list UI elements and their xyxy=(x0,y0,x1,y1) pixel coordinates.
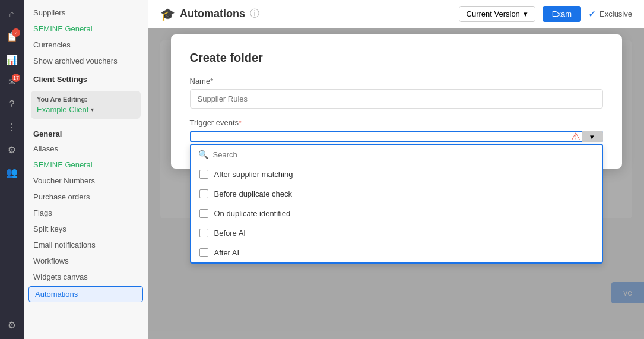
chart-icon[interactable]: 📊 xyxy=(2,50,21,69)
create-folder-modal: Create folder Name* Trigger events* ⚠ ▾ xyxy=(171,34,622,169)
main-content: 🎓 Automations ⓘ Current Version ▾ Exam ✓… xyxy=(148,0,644,339)
dropdown-item-label-4: After AI xyxy=(214,248,240,257)
content-area: ve Create folder Name* Trigger events* xyxy=(148,28,644,339)
dots-icon[interactable]: ⋮ xyxy=(2,118,21,137)
home-icon[interactable]: ⌂ xyxy=(2,5,21,24)
sidebar-item-suppliers[interactable]: Suppliers xyxy=(24,5,148,21)
top-bar: 🎓 Automations ⓘ Current Version ▾ Exam ✓… xyxy=(148,0,644,28)
sidebar-item-aliases[interactable]: Aliases xyxy=(24,141,148,157)
version-button[interactable]: Current Version ▾ xyxy=(459,6,535,22)
name-form-group: Name* xyxy=(190,77,603,109)
dropdown-item-label-2: On duplicate identified xyxy=(214,209,291,218)
trigger-label: Trigger events* xyxy=(190,118,603,127)
icon-bar: ⌂ 📋 2 📊 ✉ 17 ? ⋮ ⚙ 👥 ⚙ xyxy=(0,0,24,339)
dropdown-item-1[interactable]: Before duplicate check xyxy=(191,184,602,204)
trigger-form-group: Trigger events* ⚠ ▾ 🔍 xyxy=(190,118,603,142)
sidebar-item-widgets-canvas[interactable]: Widgets canvas xyxy=(24,269,148,285)
client-name: Example Client xyxy=(37,105,88,114)
dropdown-item-label-0: After supplier matching xyxy=(214,170,293,179)
sidebar-item-workflows[interactable]: Workflows xyxy=(24,253,148,269)
gear-icon[interactable]: ⚙ xyxy=(2,315,21,334)
checkbox-3[interactable] xyxy=(199,229,208,237)
dropdown-item-0[interactable]: After supplier matching xyxy=(191,164,602,184)
people-icon[interactable]: 👥 xyxy=(2,163,21,182)
editing-label: You Are Editing: xyxy=(37,96,135,103)
trigger-select[interactable] xyxy=(190,131,603,142)
modal-title: Create folder xyxy=(190,51,603,65)
mail-icon[interactable]: ✉ 17 xyxy=(2,72,21,91)
page-title: Automations xyxy=(180,8,245,20)
chevron-down-icon: ▾ xyxy=(91,106,94,113)
sidebar-item-semine-top[interactable]: SEMINE General xyxy=(24,21,148,37)
sidebar-item-flags[interactable]: Flags xyxy=(24,205,148,221)
checkbox-0[interactable] xyxy=(199,170,208,179)
client-selector[interactable]: Example Client ▾ xyxy=(37,105,135,114)
sidebar: Suppliers SEMINE General Currencies Show… xyxy=(24,0,148,339)
modal-overlay: Create folder Name* Trigger events* ⚠ ▾ xyxy=(148,28,644,339)
exclusive-label: Exclusive xyxy=(599,9,632,18)
trigger-arrow-icon[interactable]: ▾ xyxy=(582,131,603,142)
dropdown-item-label-3: Before AI xyxy=(214,229,246,237)
sidebar-item-split-keys[interactable]: Split keys xyxy=(24,221,148,237)
automations-icon: 🎓 xyxy=(160,7,175,21)
sidebar-item-currencies[interactable]: Currencies xyxy=(24,37,148,53)
checkbox-4[interactable] xyxy=(199,248,208,257)
document-icon[interactable]: 📋 2 xyxy=(2,27,21,46)
client-settings-title: Client Settings xyxy=(24,69,148,86)
dropdown-search-bar: 🔍 xyxy=(191,145,602,164)
dropdown-item-4[interactable]: After AI xyxy=(191,243,602,262)
exam-button[interactable]: Exam xyxy=(543,6,581,22)
dropdown-item-3[interactable]: Before AI xyxy=(191,223,602,243)
dropdown-item-2[interactable]: On duplicate identified xyxy=(191,204,602,223)
exclusive-check: ✓ Exclusive xyxy=(588,8,632,20)
checkbox-2[interactable] xyxy=(199,209,208,218)
general-section-title: General xyxy=(24,123,148,141)
name-input[interactable] xyxy=(190,89,603,109)
checkbox-1[interactable] xyxy=(199,189,208,198)
dropdown-item-label-1: Before duplicate check xyxy=(214,189,293,198)
sidebar-item-automations[interactable]: Automations xyxy=(28,286,143,302)
trigger-wrapper: ⚠ ▾ 🔍 After supplier matching xyxy=(190,131,603,142)
question-icon[interactable]: ? xyxy=(2,95,21,114)
version-chevron-icon: ▾ xyxy=(524,9,528,18)
sidebar-item-semine[interactable]: SEMINE General xyxy=(24,157,148,173)
search-icon: 🔍 xyxy=(198,150,208,159)
error-icon: ⚠ xyxy=(571,130,580,143)
sidebar-item-archived[interactable]: Show archived vouchers xyxy=(24,53,148,69)
sidebar-item-voucher-numbers[interactable]: Voucher Numbers xyxy=(24,173,148,189)
name-label: Name* xyxy=(190,77,603,85)
required-asterisk: * xyxy=(239,118,242,127)
help-icon[interactable]: ⓘ xyxy=(250,8,259,20)
checkmark-icon: ✓ xyxy=(588,8,596,20)
sidebar-item-purchase-orders[interactable]: Purchase orders xyxy=(24,189,148,205)
settings2-icon[interactable]: ⚙ xyxy=(2,140,21,159)
trigger-dropdown: 🔍 After supplier matching Before duplica… xyxy=(190,144,603,264)
editing-box: You Are Editing: Example Client ▾ xyxy=(31,91,141,119)
dropdown-search-input[interactable] xyxy=(213,150,595,159)
page-title-area: 🎓 Automations ⓘ xyxy=(160,7,452,21)
sidebar-item-email-notifications[interactable]: Email notifications xyxy=(24,237,148,253)
